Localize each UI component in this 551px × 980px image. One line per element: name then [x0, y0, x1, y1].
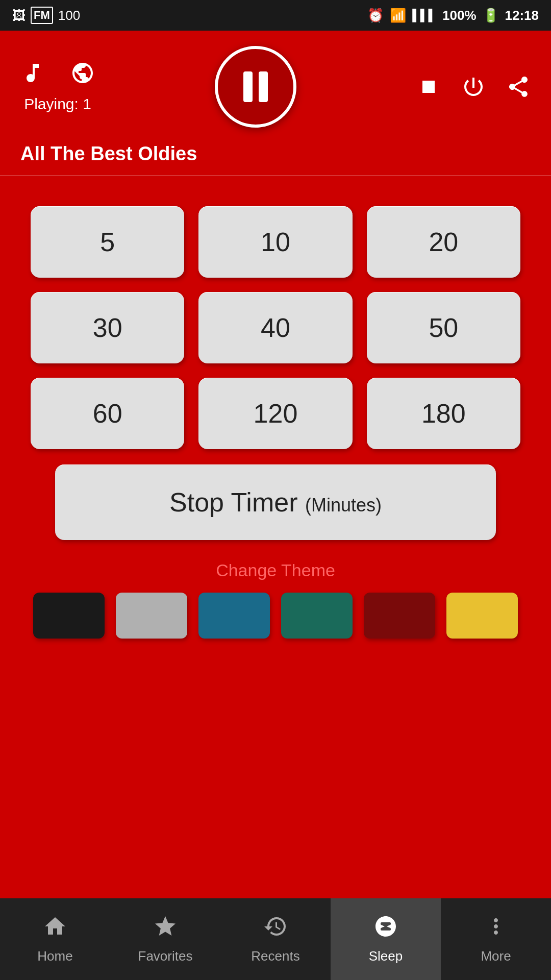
- music-icon-button[interactable]: [20, 61, 45, 85]
- photo-icon: 🖼: [12, 8, 26, 23]
- radio-icon: FM: [31, 7, 53, 24]
- change-theme-label: Change Theme: [216, 560, 335, 580]
- bottom-nav: Home Favorites Recents Sleep More: [0, 898, 551, 980]
- timer-btn-30[interactable]: 30: [31, 292, 184, 363]
- sleep-icon: [373, 914, 398, 944]
- power-button[interactable]: [461, 75, 486, 99]
- station-title-bar: All The Best Oldies: [0, 138, 551, 176]
- share-button[interactable]: [506, 75, 531, 99]
- timer-btn-40[interactable]: 40: [198, 292, 352, 363]
- network-icon: ▌▌▌: [412, 9, 436, 22]
- timer-btn-180[interactable]: 180: [367, 378, 520, 449]
- change-theme-section: Change Theme: [31, 555, 520, 639]
- nav-favorites[interactable]: Favorites: [110, 898, 220, 980]
- main-content: 5 10 20 30 40 50 60 120 180 Stop Timer (…: [0, 176, 551, 654]
- timer-btn-50[interactable]: 50: [367, 292, 520, 363]
- theme-blue[interactable]: [198, 593, 270, 639]
- nav-home-label: Home: [37, 948, 72, 964]
- alarm-icon: ⏰: [367, 8, 384, 23]
- wifi-icon: 📶: [390, 8, 406, 23]
- nav-sleep[interactable]: Sleep: [331, 898, 441, 980]
- timer-btn-120[interactable]: 120: [198, 378, 352, 449]
- stop-timer-button[interactable]: Stop Timer (Minutes): [55, 464, 496, 540]
- top-controls: Playing: 1: [0, 31, 551, 138]
- pause-button[interactable]: [215, 46, 296, 128]
- timer-btn-5[interactable]: 5: [31, 206, 184, 278]
- battery-icon: 🔋: [483, 8, 499, 23]
- timer-btn-10[interactable]: 10: [198, 206, 352, 278]
- timer-btn-60[interactable]: 60: [31, 378, 184, 449]
- star-icon: [153, 914, 178, 944]
- history-icon: [263, 914, 288, 944]
- signal-strength: 100: [58, 8, 80, 23]
- playing-label: Playing: 1: [24, 95, 91, 113]
- pause-bar-right: [259, 71, 268, 102]
- nav-favorites-label: Favorites: [138, 948, 193, 964]
- nav-more[interactable]: More: [441, 898, 551, 980]
- nav-recents-label: Recents: [251, 948, 299, 964]
- clock: 12:18: [505, 8, 539, 23]
- theme-gray[interactable]: [116, 593, 187, 639]
- battery-percent: 100%: [442, 8, 477, 23]
- nav-sleep-label: Sleep: [369, 948, 403, 964]
- pause-bar-left: [243, 71, 253, 102]
- nav-more-label: More: [481, 948, 511, 964]
- theme-yellow[interactable]: [446, 593, 518, 639]
- status-bar: 🖼 FM 100 ⏰ 📶 ▌▌▌ 100% 🔋 12:18: [0, 0, 551, 31]
- more-icon: [484, 914, 508, 944]
- theme-black[interactable]: [33, 593, 105, 639]
- timer-grid: 5 10 20 30 40 50 60 120 180: [31, 206, 520, 449]
- theme-color-swatches: [33, 593, 518, 639]
- stop-button[interactable]: [416, 75, 441, 99]
- timer-btn-20[interactable]: 20: [367, 206, 520, 278]
- nav-recents[interactable]: Recents: [220, 898, 331, 980]
- station-name: All The Best Oldies: [20, 143, 197, 164]
- svg-rect-0: [422, 81, 435, 93]
- theme-teal[interactable]: [281, 593, 353, 639]
- home-icon: [43, 914, 67, 944]
- globe-icon-button[interactable]: [70, 61, 95, 85]
- nav-home[interactable]: Home: [0, 898, 110, 980]
- theme-dark-red[interactable]: [364, 593, 435, 639]
